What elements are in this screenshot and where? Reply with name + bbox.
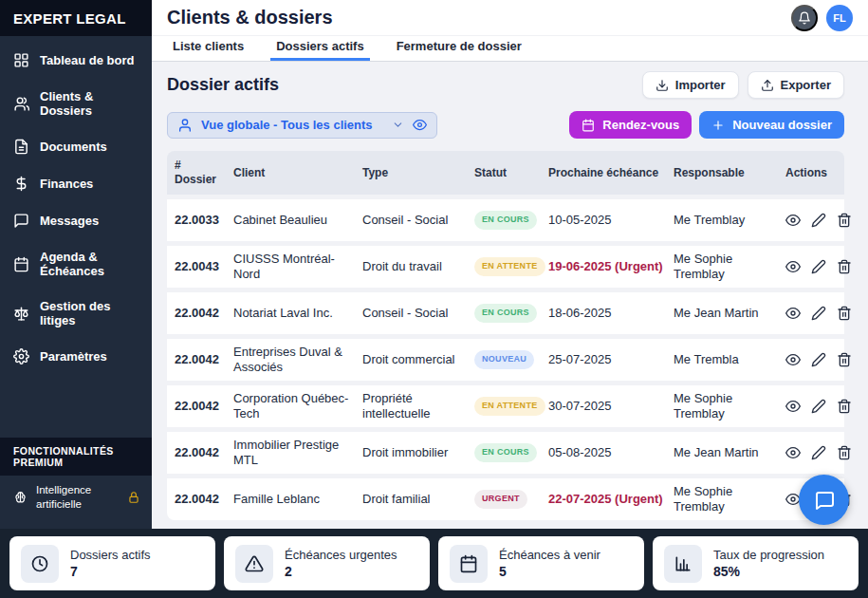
finances-icon xyxy=(13,176,29,192)
tab[interactable]: Dossiers actifs xyxy=(270,36,370,61)
responsable-name: Me Sophie Tremblay xyxy=(674,391,785,422)
delete-trash-icon[interactable] xyxy=(837,352,852,367)
view-eye-icon[interactable] xyxy=(785,213,801,228)
premium-item[interactable]: Intelligence artificielle xyxy=(0,476,152,519)
bar-chart-icon xyxy=(674,554,693,573)
dossiers-table: # DossierClientTypeStatutProchaine échéa… xyxy=(167,151,844,520)
delete-trash-icon[interactable] xyxy=(837,399,852,414)
client-name: Notariat Laval Inc. xyxy=(233,306,362,321)
sidebar-item[interactable]: Paramètres xyxy=(0,338,152,375)
echeance-date: 30-07-2025 xyxy=(548,399,674,414)
column-header: Actions xyxy=(785,166,844,180)
calendar-icon xyxy=(459,554,478,573)
sidebar-item-label: Paramètres xyxy=(40,349,107,364)
sidebar-item-label: Tableau de bord xyxy=(40,53,134,67)
stat-label: Taux de progression xyxy=(713,548,824,562)
dossier-type: Conseil - Social xyxy=(362,213,474,228)
sidebar-item[interactable]: Clients & Dossiers xyxy=(0,79,152,128)
view-eye-icon[interactable] xyxy=(785,445,801,460)
rendezvous-button[interactable]: Rendez-vous xyxy=(569,111,692,139)
avatar[interactable]: FL xyxy=(826,5,853,31)
sidebar-item[interactable]: Tableau de bord xyxy=(0,42,152,79)
edit-pencil-icon[interactable] xyxy=(811,213,826,228)
column-header: Statut xyxy=(474,166,548,180)
client-name: Corporation Québec-Tech xyxy=(233,391,362,422)
responsable-name: Me Jean Martin xyxy=(674,306,785,321)
tab[interactable]: Fermeture de dossier xyxy=(391,36,527,61)
status-badge: EN COURS xyxy=(474,443,537,461)
status-badge: NOUVEAU xyxy=(474,350,534,368)
stat-value: 2 xyxy=(285,564,397,579)
dossier-number: 22.0042 xyxy=(175,399,233,414)
view-eye-icon[interactable] xyxy=(785,399,801,414)
brand-logo: EXPERT LEGAL xyxy=(0,0,152,36)
echeance-date: 18-06-2025 xyxy=(548,306,674,321)
warning-icon xyxy=(245,554,264,573)
delete-trash-icon[interactable] xyxy=(837,306,852,321)
sidebar-item-label: Agenda & Échéances xyxy=(40,250,139,278)
section-heading: Dossier actifs xyxy=(167,75,634,95)
eye-icon[interactable] xyxy=(413,118,427,132)
lock-icon xyxy=(127,491,140,504)
client-view-select[interactable]: Vue globale - Tous les clients xyxy=(167,112,437,139)
delete-trash-icon[interactable] xyxy=(837,213,852,228)
table-header: # DossierClientTypeStatutProchaine échéa… xyxy=(167,151,844,195)
dossier-type: Propriété intellectuelle xyxy=(362,391,474,422)
dossier-number: 22.0033 xyxy=(175,213,233,228)
messages-icon xyxy=(13,213,29,229)
dashboard-icon xyxy=(13,52,29,68)
stat-value: 7 xyxy=(70,564,151,579)
edit-pencil-icon[interactable] xyxy=(811,306,826,321)
row-actions xyxy=(785,306,861,321)
column-header: Type xyxy=(362,166,474,180)
sidebar-item[interactable]: Finances xyxy=(0,165,152,202)
edit-pencil-icon[interactable] xyxy=(811,352,826,367)
new-dossier-button[interactable]: Nouveau dossier xyxy=(699,111,844,139)
row-actions xyxy=(785,399,861,414)
edit-pencil-icon[interactable] xyxy=(811,399,826,414)
chat-button[interactable] xyxy=(799,475,849,525)
premium-item[interactable]: Connexion Microsoft 365 xyxy=(0,519,152,529)
stats-bar: Dossiers actifs 7 Échéances urgentes 2 É… xyxy=(0,529,868,598)
agenda-icon xyxy=(13,256,29,272)
ai-brain-icon xyxy=(13,490,28,504)
echeance-date: 05-08-2025 xyxy=(548,445,674,460)
dossier-number: 22.0042 xyxy=(175,306,233,321)
view-eye-icon[interactable] xyxy=(785,352,801,367)
row-actions xyxy=(785,445,861,460)
delete-trash-icon[interactable] xyxy=(837,445,852,460)
view-eye-icon[interactable] xyxy=(785,306,801,321)
edit-pencil-icon[interactable] xyxy=(811,259,826,274)
export-button[interactable]: Exporter xyxy=(748,71,844,99)
table-row: 22.0042 Entreprises Duval & Associés Dro… xyxy=(167,339,844,381)
responsable-name: Me Trembla xyxy=(674,352,785,367)
sidebar: EXPERT LEGAL Tableau de bord Clients & D… xyxy=(0,0,152,529)
main-area: Clients & dossiers FL Liste clientsDossi… xyxy=(152,0,868,529)
edit-pencil-icon[interactable] xyxy=(811,445,826,460)
import-button[interactable]: Importer xyxy=(642,71,739,99)
stat-value: 5 xyxy=(499,564,600,579)
column-header: Responsable xyxy=(674,166,785,180)
notifications-button[interactable] xyxy=(791,5,818,31)
documents-icon xyxy=(13,139,29,155)
clients-icon xyxy=(13,96,29,112)
stat-label: Échéances urgentes xyxy=(285,548,397,562)
dossier-type: Droit du travail xyxy=(362,259,474,274)
dossier-number: 22.0042 xyxy=(175,492,233,507)
echeance-date: 25-07-2025 xyxy=(548,352,674,367)
sidebar-item[interactable]: Gestion des litiges xyxy=(0,289,152,338)
view-eye-icon[interactable] xyxy=(785,259,801,274)
sidebar-item[interactable]: Agenda & Échéances xyxy=(0,239,152,289)
stat-card: Dossiers actifs 7 xyxy=(9,536,215,590)
table-row: 22.0043 CIUSSS Montréal-Nord Droit du tr… xyxy=(167,246,844,288)
tab[interactable]: Liste clients xyxy=(167,36,249,61)
table-row: 22.0042 Corporation Québec-Tech Propriét… xyxy=(167,385,844,427)
download-icon xyxy=(656,79,669,92)
tab-bar: Liste clientsDossiers actifsFermeture de… xyxy=(152,36,868,62)
client-view-label: Vue globale - Tous les clients xyxy=(201,118,383,132)
delete-trash-icon[interactable] xyxy=(837,259,852,274)
sidebar-item[interactable]: Documents xyxy=(0,128,152,165)
stat-label: Dossiers actifs xyxy=(70,548,151,562)
sidebar-item[interactable]: Messages xyxy=(0,202,152,239)
status-badge: URGENT xyxy=(474,490,527,508)
